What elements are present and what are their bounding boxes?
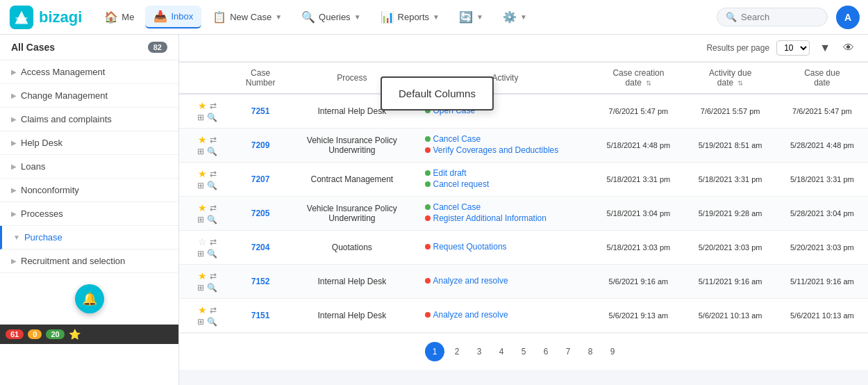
node-icon[interactable]: ⊞ <box>197 147 204 156</box>
case-number-link[interactable]: 7204 <box>251 243 270 252</box>
case-number-link[interactable]: 7151 <box>251 311 270 320</box>
node-icon[interactable]: ⊞ <box>197 113 204 122</box>
node-icon[interactable]: ⊞ <box>197 249 204 259</box>
pagination: 123456789 <box>179 333 868 370</box>
case-number-link[interactable]: 7209 <box>251 140 270 150</box>
page-btn-3[interactable]: 3 <box>469 342 489 361</box>
case-number-link[interactable]: 7251 <box>251 106 270 116</box>
case-number-link[interactable]: 7207 <box>251 174 270 184</box>
node-icon[interactable]: ⊞ <box>197 283 204 293</box>
chevron-icon: ▶ <box>11 68 17 76</box>
sidebar-item-nonconformity[interactable]: ▶Nonconformity <box>0 179 178 202</box>
page-btn-5[interactable]: 5 <box>514 342 533 361</box>
status-red: 61 <box>6 329 24 339</box>
activity-link[interactable]: Cancel request <box>433 179 490 189</box>
avatar[interactable]: A <box>836 6 860 29</box>
activity-link[interactable]: Register Additional Information <box>433 213 546 223</box>
nav-new-case[interactable]: 📋 New Case ▼ <box>204 6 290 28</box>
search-icon[interactable]: 🔍 <box>207 283 217 293</box>
activity-link[interactable]: Cancel Case <box>433 202 481 212</box>
sidebar-item-help-desk[interactable]: ▶Help Desk <box>0 131 178 155</box>
nav-inbox[interactable]: 📥 Inbox <box>145 6 201 28</box>
share-icon[interactable]: ⇄ <box>210 203 217 213</box>
filter-icon[interactable]: ▼ <box>817 40 833 56</box>
view-icon[interactable]: 👁 <box>840 40 857 56</box>
star-button[interactable]: ★ <box>198 134 207 145</box>
activity-dot <box>425 136 431 142</box>
nav-settings[interactable]: ⚙️ ▼ <box>494 6 535 28</box>
activity-cell: Analyze and resolve <box>418 265 593 299</box>
activity-link[interactable]: Cancel Case <box>433 134 481 144</box>
sidebar-item-claims[interactable]: ▶Claims and complaints <box>0 108 178 131</box>
sidebar-item-purchase[interactable]: ▼Purchase <box>0 226 178 249</box>
star-button[interactable]: ★ <box>198 304 207 316</box>
table-row: ☆ ⇄ ⊞ 🔍 7204QuotationsRequest Quotations… <box>179 231 868 265</box>
search-icon[interactable]: 🔍 <box>207 147 217 156</box>
case-creation-cell: 5/18/2021 3:03 pm <box>592 231 684 265</box>
activity-link[interactable]: Analyze and resolve <box>433 276 508 286</box>
star-button[interactable]: ★ <box>198 270 207 281</box>
node-icon[interactable]: ⊞ <box>197 215 204 224</box>
sidebar-item-loans[interactable]: ▶Loans <box>0 155 178 179</box>
share-icon[interactable]: ⇄ <box>210 135 217 145</box>
search-icon[interactable]: 🔍 <box>207 249 217 259</box>
activity-link[interactable]: Edit draft <box>433 168 467 178</box>
col-case-creation-header[interactable]: Case creationdate ⇅ <box>592 63 684 95</box>
activity-link[interactable]: Analyze and resolve <box>433 310 508 320</box>
nav-queries[interactable]: 🔍 Queries ▼ <box>293 6 369 28</box>
page-btn-8[interactable]: 8 <box>581 342 600 361</box>
star-button[interactable]: ★ <box>198 100 207 111</box>
share-icon[interactable]: ⇄ <box>210 237 217 247</box>
case-number-link[interactable]: 7152 <box>251 277 270 286</box>
search-icon[interactable]: 🔍 <box>207 317 217 327</box>
reports-chevron: ▼ <box>433 13 440 21</box>
star-button[interactable]: ★ <box>198 202 207 213</box>
new-case-chevron: ▼ <box>275 13 282 21</box>
page-btn-7[interactable]: 7 <box>558 342 578 361</box>
page-btn-4[interactable]: 4 <box>492 342 511 361</box>
activity-due-cell: 5/18/2021 3:31 pm <box>685 163 776 197</box>
page-btn-2[interactable]: 2 <box>447 342 467 361</box>
logo[interactable]: bizagi <box>8 4 82 31</box>
col-activity-due-header[interactable]: Activity duedate ⇅ <box>685 63 776 95</box>
chevron-icon: ▶ <box>11 115 17 123</box>
share-icon[interactable]: ⇄ <box>210 101 217 110</box>
activity-link[interactable]: Verify Coverages and Deductibles <box>433 145 559 155</box>
share-icon[interactable]: ⇄ <box>210 271 217 281</box>
activity-link[interactable]: Request Quotations <box>433 242 507 252</box>
page-btn-1[interactable]: 1 <box>425 342 444 361</box>
nav-me[interactable]: 🏠 Me <box>96 6 142 28</box>
col-case-number-header: CaseNumber <box>235 63 286 95</box>
search-icon[interactable]: 🔍 <box>207 181 217 190</box>
node-icon[interactable]: ⊞ <box>197 181 204 190</box>
nav-reports[interactable]: 📊 Reports ▼ <box>372 6 448 28</box>
share-icon[interactable]: ⇄ <box>210 305 217 315</box>
page-btn-6[interactable]: 6 <box>536 342 556 361</box>
reports-icon: 📊 <box>381 10 394 24</box>
activity-dot <box>425 278 431 284</box>
search-icon[interactable]: 🔍 <box>207 215 217 224</box>
sidebar-item-change-management[interactable]: ▶Change Management <box>0 84 178 108</box>
star-button[interactable]: ☆ <box>198 236 207 247</box>
sidebar-item-processes[interactable]: ▶Processes <box>0 202 178 226</box>
search-input[interactable] <box>741 12 817 22</box>
sidebar-item-access-management[interactable]: ▶Access Management <box>0 60 178 84</box>
search-icon: 🔍 <box>726 12 737 22</box>
nav-refresh[interactable]: 🔄 ▼ <box>451 6 492 28</box>
settings-icon: ⚙️ <box>503 10 517 24</box>
star-button[interactable]: ★ <box>198 168 207 179</box>
page-btn-9[interactable]: 9 <box>603 342 622 361</box>
activity-dot <box>425 215 431 221</box>
share-icon[interactable]: ⇄ <box>210 169 217 179</box>
fab-button[interactable]: 🔔 <box>75 284 104 313</box>
search-box[interactable]: 🔍 <box>717 8 828 26</box>
content-area: Default Columns Results per page 10 20 5… <box>179 35 868 385</box>
search-icon[interactable]: 🔍 <box>207 113 217 122</box>
results-per-page-select[interactable]: 10 20 50 <box>776 40 810 56</box>
default-columns-popup[interactable]: Default Columns <box>381 76 494 110</box>
sidebar-item-recruitment[interactable]: ▶Recruitment and selection <box>0 249 178 273</box>
case-number-link[interactable]: 7205 <box>251 208 270 218</box>
node-icon[interactable]: ⊞ <box>197 317 204 327</box>
new-case-icon: 📋 <box>212 10 226 24</box>
activity-due-cell: 7/6/2021 5:57 pm <box>685 94 776 129</box>
